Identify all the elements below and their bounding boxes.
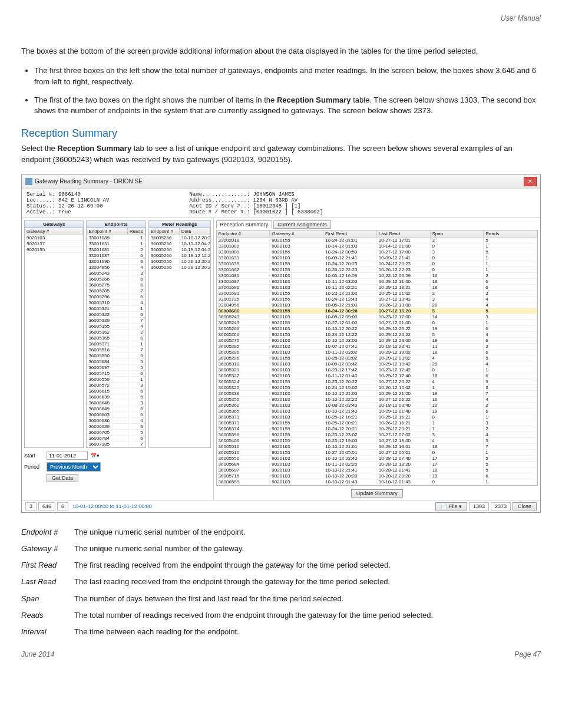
tab-current-assignments[interactable]: Current Assignments xyxy=(273,220,331,229)
table-row[interactable]: 36005243902010310-09-12 09:0010-23-12 17… xyxy=(217,314,537,320)
table-row[interactable]: 360052666 xyxy=(87,276,145,282)
table-row[interactable]: 36005296902010310-11-12 03:0210-29-12 19… xyxy=(217,350,537,355)
table-row[interactable]: 36005266902010310-10-12 20:2210-29-12 20… xyxy=(217,326,537,332)
table-row[interactable]: 3600526610-26-12 20:22 xyxy=(149,259,210,265)
table-row[interactable]: 360066896 xyxy=(87,424,145,430)
table-row[interactable]: 330016812 xyxy=(87,247,145,253)
table-row[interactable]: 36005325902015510-24-12 15:0210-26-12 15… xyxy=(217,385,537,391)
table-row[interactable]: 360065723 xyxy=(87,383,145,388)
table-row[interactable]: 360066156 xyxy=(87,388,145,394)
table-row[interactable]: 33004956902010310-05-12 21:0010-26-12 13… xyxy=(217,302,537,308)
table-row[interactable]: 36006559902010310-10-12 01:4310-10-12 01… xyxy=(217,479,537,485)
table-row[interactable]: 36005266902015510-24-12 12:2210-29-12 20… xyxy=(217,332,537,338)
table-row[interactable]: 360066496 xyxy=(87,406,145,412)
table-row[interactable]: 36005400902015510-23-12 19:0010-27-12 19… xyxy=(217,438,537,444)
table-row[interactable]: 360053554 xyxy=(87,324,145,330)
table-row[interactable]: 33001691902015510-23-12 21:0210-25-12 21… xyxy=(217,291,537,297)
table-row[interactable]: 360066636 xyxy=(87,412,145,418)
table-row[interactable]: 360052756 xyxy=(87,282,145,288)
table-row[interactable]: 36005321902010310-23-12 17:4210-23-12 17… xyxy=(217,367,537,373)
table-row[interactable]: 36005322902010310-11-12 01:4010-29-12 17… xyxy=(217,373,537,379)
table-row[interactable]: 360066395 xyxy=(87,394,145,400)
table-row[interactable]: 3600526610-19-12 12:22 xyxy=(149,253,210,259)
table-row[interactable]: 330016906 xyxy=(87,259,145,265)
table-row[interactable]: 360052966 xyxy=(87,294,145,300)
table-row[interactable]: 360055505 xyxy=(87,353,145,359)
table-row[interactable]: 36005365902010310-10-12 21:4010-29-12 21… xyxy=(217,409,537,414)
meter-readings-table[interactable]: Meter Readings Endpoint #Date 3600526610… xyxy=(148,220,211,448)
table-row[interactable]: 33001690902010310-11-12 02:2110-29-12 18… xyxy=(217,285,537,291)
table-row[interactable]: 360066483 xyxy=(87,400,145,406)
table-row[interactable]: 330016311 xyxy=(87,241,145,247)
table-row[interactable]: 330016876 xyxy=(87,253,145,259)
table-row[interactable]: 360053656 xyxy=(87,335,145,341)
table-row[interactable]: 33001631902010310-09-12 21:4110-09-12 21… xyxy=(217,255,537,261)
table-row[interactable]: 36005362902010310-08-12 03:4010-18-12 03… xyxy=(217,403,537,409)
table-row[interactable]: 33001639902015510-24-12 20:2310-24-12 20… xyxy=(217,261,537,267)
table-row[interactable]: 360053711 xyxy=(87,341,145,347)
table-row[interactable]: 36005371902010310-25-12 16:2110-25-12 16… xyxy=(217,414,537,420)
table-row[interactable]: 36005374902015510-24-12 20:2110-25-12 20… xyxy=(217,426,537,432)
reception-summary-table[interactable]: Endpoint #Gateway #First ReadLast ReadSp… xyxy=(217,230,537,485)
table-row[interactable]: 36005516902010310-10-12 21:0110-29-12 13… xyxy=(217,444,537,450)
get-data-button[interactable]: Get Data xyxy=(47,474,78,482)
table-row[interactable]: 360057156 xyxy=(87,371,145,377)
table-row[interactable]: 360052433 xyxy=(87,271,145,276)
start-date-input[interactable] xyxy=(47,452,88,460)
table-row[interactable]: 36005285902010310-07-12 07:4110-18-12 23… xyxy=(217,344,537,350)
table-row[interactable]: 36005697902010310-10-12 21:4110-28-12 21… xyxy=(217,467,537,473)
table-row[interactable]: 33001089902015510-24-12 00:5910-27-12 17… xyxy=(217,249,537,255)
table-row[interactable]: 36005684902010310-11-12 02:2010-28-12 18… xyxy=(217,462,537,467)
table-row[interactable]: 360066864 xyxy=(87,418,145,424)
table-row[interactable]: 3600526610-11-12 04:22 xyxy=(149,241,210,247)
table-row[interactable]: 360055167 xyxy=(87,347,145,353)
endpoints-table[interactable]: Endpoints Endpoint #Reads 33001089133001… xyxy=(86,220,146,448)
table-row[interactable]: 9020155 xyxy=(25,247,83,253)
calendar-icon[interactable]: 📅▾ xyxy=(90,453,100,459)
table-row[interactable]: 36003686902015510-24-12 00:2010-27-12 16… xyxy=(217,308,537,314)
tab-reception-summary[interactable]: Reception Summary xyxy=(216,220,273,229)
period-select[interactable]: Previous Month xyxy=(47,462,101,472)
table-row[interactable]: 36005396902015510-23-12 23:0210-27-12 07… xyxy=(217,432,537,438)
table-row[interactable]: 360065591 xyxy=(87,377,145,383)
table-row[interactable]: 33001089902010310-14-12 01:0010-14-12 01… xyxy=(217,243,537,249)
close-icon[interactable]: ✕ xyxy=(524,177,537,186)
table-row[interactable]: 33001662902015510-26-12 22:2310-26-12 22… xyxy=(217,267,537,273)
table-row[interactable]: 330010891 xyxy=(87,235,145,241)
table-row[interactable]: 360067846 xyxy=(87,436,145,442)
table-row[interactable]: 36005324902015510-23-12 20:2210-27-12 20… xyxy=(217,379,537,385)
table-row[interactable]: 33002018902015510-24-12 01:0110-27-12 17… xyxy=(217,238,537,243)
table-row[interactable]: 3600526610-19-12 04:23 xyxy=(149,247,210,253)
close-button[interactable]: Close xyxy=(513,502,537,510)
table-row[interactable]: 9020137 xyxy=(25,241,83,247)
table-row[interactable]: 3600526610-29-12 20:22 xyxy=(149,265,210,271)
table-row[interactable]: 36005275902010310-10-12 23:0010-29-12 23… xyxy=(217,338,537,344)
table-row[interactable]: 360053104 xyxy=(87,300,145,306)
file-menu-button[interactable]: 📄 File ▾ xyxy=(435,502,467,510)
table-row[interactable]: 360053397 xyxy=(87,318,145,324)
table-row[interactable]: 36005310902010310-09-12 03:4210-29-12 19… xyxy=(217,361,537,367)
table-row[interactable]: 33001681902010310-05-12 16:5910-22-12 00… xyxy=(217,273,537,279)
table-row[interactable]: 36005715902010310-10-12 20:2010-28-12 20… xyxy=(217,473,537,479)
table-row[interactable]: 330049564 xyxy=(87,265,145,271)
table-row[interactable]: 360053211 xyxy=(87,306,145,312)
table-row[interactable]: 36005550902010310-10-12 23:4010-28-12 07… xyxy=(217,456,537,462)
table-row[interactable]: 360067055 xyxy=(87,430,145,436)
table-row[interactable]: 360056845 xyxy=(87,359,145,365)
update-summary-button[interactable]: Update Summary xyxy=(351,489,403,498)
table-row[interactable]: 36005516902015510-27-12 05:0110-27-12 05… xyxy=(217,450,537,456)
table-row[interactable]: 36005371902015510-25-12 00:2110-26-12 16… xyxy=(217,420,537,426)
gateways-table[interactable]: Gateways Gateway # 902010390201379020155 xyxy=(24,220,84,448)
table-row[interactable]: 36005339902010310-10-12 21:0010-29-12 21… xyxy=(217,391,537,397)
table-row[interactable]: 33001687902010310-11-12 03:0010-29-12 11… xyxy=(217,279,537,285)
table-row[interactable]: 36005355902010310-10-12 22:2210-27-12 06… xyxy=(217,397,537,403)
table-row[interactable]: 360053226 xyxy=(87,312,145,318)
table-row[interactable]: 360056975 xyxy=(87,365,145,371)
table-row[interactable]: 360073857 xyxy=(87,442,145,447)
table-row[interactable]: 9020103 xyxy=(25,235,83,241)
table-row[interactable]: 360052852 xyxy=(87,288,145,294)
table-row[interactable]: 360053622 xyxy=(87,330,145,335)
table-row[interactable]: 36005243902015510-27-12 01:0010-27-12 01… xyxy=(217,320,537,326)
table-row[interactable]: 33001725902015510-24-12 13:4310-27-12 13… xyxy=(217,297,537,302)
table-row[interactable]: 36005296902015510-25-12 03:0210-29-12 03… xyxy=(217,355,537,361)
